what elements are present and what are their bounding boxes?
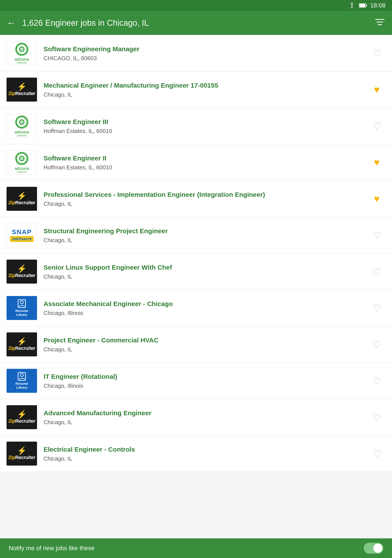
favorite-button[interactable]: ♡ <box>368 44 385 62</box>
adzuna-logo: adzuna network <box>7 114 37 138</box>
adzuna-logo-svg <box>15 151 29 166</box>
job-list: adzuna network Software Engineering Mana… <box>0 35 392 472</box>
favorite-button[interactable]: ♥ <box>368 154 385 171</box>
back-button[interactable]: ← <box>7 18 16 28</box>
job-location: Chicago, Illinois <box>43 310 368 316</box>
job-info: Senior Linux Support Engineer With ChefC… <box>43 263 368 280</box>
job-title: Project Engineer - Commercial HVAC <box>43 336 368 344</box>
heart-empty-icon: ♡ <box>373 48 381 59</box>
notify-toggle[interactable] <box>364 543 383 554</box>
job-title: Professional Services - Implementation E… <box>43 190 368 199</box>
heart-empty-icon: ♡ <box>373 230 381 241</box>
job-list-item[interactable]: ⚡ ZipRecruiter Project Engineer - Commer… <box>0 326 392 363</box>
heart-empty-icon: ♡ <box>373 339 381 350</box>
ziprecruiter-logo: ⚡ ZipRecruiter <box>7 78 37 102</box>
snap-logo: SNAP JobSearch <box>7 223 37 247</box>
ziprecruiter-inner: ⚡ ZipRecruiter <box>7 405 37 429</box>
ziprecruiter-logo: ⚡ ZipRecruiter <box>7 442 37 466</box>
job-title: Structural Engineering Project Engineer <box>43 227 368 235</box>
heart-filled-icon: ♥ <box>374 193 380 204</box>
status-bar: 18:08 <box>0 0 392 11</box>
job-title: Mechanical Engineer / Manufacturing Engi… <box>43 81 368 90</box>
job-title: Software Engineer III <box>43 117 368 126</box>
ziprecruiter-inner: ⚡ ZipRecruiter <box>7 187 37 211</box>
wifi-icon <box>348 2 356 9</box>
job-list-item[interactable]: ⚡ ZipRecruiter Mechanical Engineer / Man… <box>0 71 392 108</box>
job-title: Electrical Engineer - Controls <box>43 445 368 453</box>
svg-point-17 <box>20 301 23 304</box>
resume-library-icon <box>16 299 27 308</box>
job-location: CHICAGO, IL, 60603 <box>43 55 368 62</box>
battery-icon <box>359 3 367 8</box>
job-list-item[interactable]: adzuna network Software Engineer IIHoffm… <box>0 144 392 181</box>
job-title: Advanced Manufacturing Engineer <box>43 409 368 417</box>
heart-empty-icon: ♡ <box>373 303 381 314</box>
job-location: Hoffman Estates, IL, 60010 <box>43 128 368 134</box>
ziprecruiter-inner: ⚡ ZipRecruiter <box>7 260 37 284</box>
ziprecruiter-inner: ⚡ ZipRecruiter <box>7 78 37 102</box>
app-bar: ← 1,626 Engineer jobs in Chicago, IL <box>0 11 392 35</box>
favorite-button[interactable]: ♥ <box>368 81 385 98</box>
job-title: Senior Linux Support Engineer With Chef <box>43 263 368 272</box>
resume-library-logo: ResumeLibrary <box>7 369 37 393</box>
job-list-item[interactable]: adzuna network Software Engineering Mana… <box>0 35 392 71</box>
job-list-item[interactable]: ⚡ ZipRecruiter Electrical Engineer - Con… <box>0 436 392 472</box>
job-location: Chicago, IL <box>43 91 368 98</box>
favorite-button[interactable]: ♡ <box>368 409 385 426</box>
job-info: Software Engineer IIIHoffman Estates, IL… <box>43 117 368 134</box>
job-title: IT Engineer (Rotational) <box>43 372 368 381</box>
filter-icon[interactable] <box>374 17 385 28</box>
job-location: Chicago, Illinois <box>43 383 368 389</box>
heart-empty-icon: ♡ <box>373 412 381 423</box>
job-info: Project Engineer - Commercial HVACChicag… <box>43 336 368 353</box>
favorite-button[interactable]: ♡ <box>368 336 385 353</box>
adzuna-logo: adzuna network <box>7 150 37 174</box>
svg-point-15 <box>21 158 22 159</box>
job-info: Electrical Engineer - ControlsChicago, I… <box>43 445 368 462</box>
svg-rect-2 <box>359 4 365 7</box>
favorite-button[interactable]: ♡ <box>368 445 385 462</box>
favorite-button[interactable]: ♡ <box>368 117 385 135</box>
ziprecruiter-inner: ⚡ ZipRecruiter <box>7 442 37 466</box>
favorite-button[interactable]: ♡ <box>368 372 385 390</box>
job-list-item[interactable]: ResumeLibrary Associate Mechanical Engin… <box>0 290 392 326</box>
favorite-button[interactable]: ♡ <box>368 299 385 317</box>
snap-top-text: SNAP <box>12 229 32 235</box>
job-info: Mechanical Engineer / Manufacturing Engi… <box>43 81 368 98</box>
adzuna-logo: adzuna network <box>7 41 37 65</box>
job-list-item[interactable]: SNAP JobSearch Structural Engineering Pr… <box>0 217 392 253</box>
notify-text: Notify me of new jobs like these <box>9 545 94 552</box>
job-list-item[interactable]: ⚡ ZipRecruiter Senior Linux Support Engi… <box>0 253 392 290</box>
job-list-item[interactable]: ⚡ ZipRecruiter Advanced Manufacturing En… <box>0 399 392 436</box>
job-list-item[interactable]: ResumeLibrary IT Engineer (Rotational)Ch… <box>0 363 392 399</box>
job-title: Software Engineering Manager <box>43 45 368 53</box>
job-location: Chicago, IL <box>43 201 368 207</box>
job-info: Professional Services - Implementation E… <box>43 190 368 207</box>
svg-point-12 <box>21 122 22 123</box>
job-location: Chicago, IL <box>43 237 368 244</box>
resume-library-text: ResumeLibrary <box>16 382 28 390</box>
adzuna-logo-svg <box>15 42 29 56</box>
job-location: Chicago, IL <box>43 419 368 426</box>
toggle-thumb <box>373 544 383 553</box>
resume-library-icon <box>16 372 27 381</box>
job-location: Hoffman Estates, IL, 60010 <box>43 164 368 171</box>
favorite-button[interactable]: ♥ <box>368 190 385 208</box>
job-location: Chicago, IL <box>43 455 368 462</box>
svg-rect-3 <box>366 5 367 6</box>
app-bar-title: 1,626 Engineer jobs in Chicago, IL <box>22 18 149 28</box>
heart-empty-icon: ♡ <box>373 121 381 132</box>
ziprecruiter-logo: ⚡ ZipRecruiter <box>7 260 37 284</box>
job-info: Structural Engineering Project EngineerC… <box>43 227 368 244</box>
job-list-item[interactable]: ⚡ ZipRecruiter Professional Services - I… <box>0 181 392 217</box>
job-list-item[interactable]: adzuna network Software Engineer IIIHoff… <box>0 108 392 144</box>
favorite-button[interactable]: ♡ <box>368 263 385 280</box>
favorite-button[interactable]: ♡ <box>368 227 385 244</box>
job-info: IT Engineer (Rotational)Chicago, Illinoi… <box>43 372 368 389</box>
job-info: Software Engineering ManagerCHICAGO, IL,… <box>43 45 368 62</box>
heart-empty-icon: ♡ <box>373 375 381 386</box>
bottom-bar: Notify me of new jobs like these <box>0 538 392 558</box>
job-location: Chicago, IL <box>43 273 368 280</box>
svg-point-0 <box>351 7 352 8</box>
heart-empty-icon: ♡ <box>373 448 381 459</box>
